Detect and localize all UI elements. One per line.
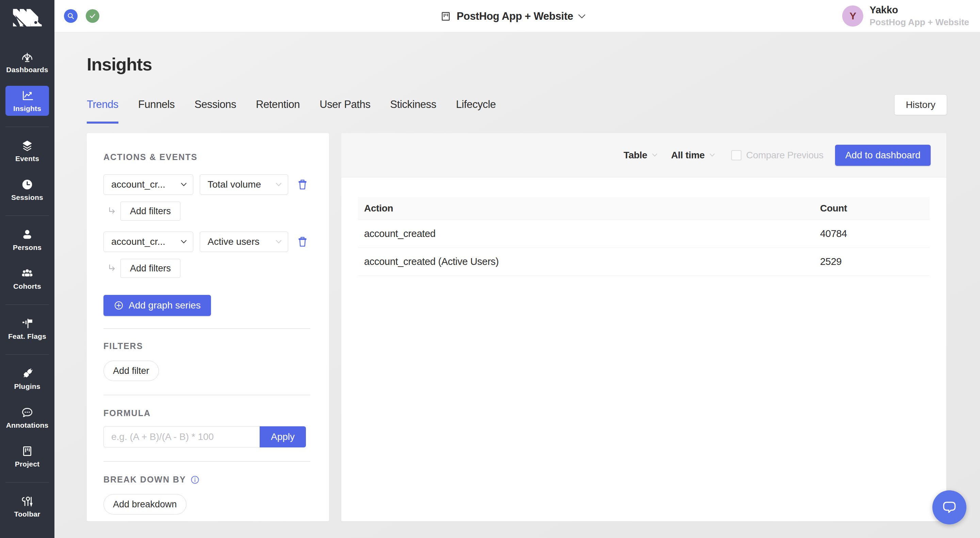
add-filters-button-a[interactable]: Add filters <box>121 201 180 221</box>
history-button[interactable]: History <box>894 94 947 115</box>
tab-funnels[interactable]: Funnels <box>138 98 175 124</box>
add-to-dashboard-button[interactable]: Add to dashboard <box>835 145 931 166</box>
query-editor-panel: ACTIONS & EVENTS account_cr... Total vol… <box>87 133 329 521</box>
chart-type-value: Table <box>624 150 648 161</box>
dashboards-gauge-icon <box>21 50 34 63</box>
add-breakdown-button[interactable]: Add breakdown <box>103 494 186 514</box>
math-select-b[interactable]: Active users <box>200 231 288 252</box>
add-filters-button-b[interactable]: Add filters <box>121 259 180 278</box>
sidebar-item-plugins[interactable]: Plugins <box>5 364 49 394</box>
search-button[interactable] <box>64 9 78 23</box>
project-selector[interactable]: PostHog App + Website <box>440 0 585 32</box>
results-toolbar: Table All time Compare Previous Add to d… <box>341 133 946 177</box>
column-header-action: Action <box>358 197 814 220</box>
insights-chart-icon <box>21 89 34 102</box>
events-layers-icon <box>21 139 34 152</box>
delete-series-a-button[interactable] <box>296 177 309 192</box>
user-menu[interactable]: Y Yakko PostHog App + Website <box>842 5 969 27</box>
actions-events-heading-text: ACTIONS & EVENTS <box>103 152 197 162</box>
sidebar: Dashboards Insights Events Se <box>0 0 54 538</box>
formula-input[interactable] <box>103 426 259 447</box>
user-meta: Yakko PostHog App + Website <box>869 5 969 27</box>
sidebar-item-annotations[interactable]: Annotations <box>5 402 49 433</box>
sidebar-item-label: Toolbar <box>14 510 40 518</box>
cell-action: account_created <box>358 220 814 247</box>
elbow-arrow-icon <box>108 264 116 273</box>
trash-icon <box>298 236 308 247</box>
tab-lifecycle[interactable]: Lifecycle <box>456 98 496 124</box>
section-divider <box>103 394 310 395</box>
tab-trends[interactable]: Trends <box>87 98 118 124</box>
tab-stickiness[interactable]: Stickiness <box>390 98 436 124</box>
math-select-a[interactable]: Total volume <box>200 174 288 195</box>
sidebar-item-feature-flags[interactable]: Feat. Flags <box>5 314 49 343</box>
add-filter-button[interactable]: Add filter <box>103 361 159 381</box>
sidebar-item-label: Plugins <box>14 382 40 391</box>
add-filters-row-b: Add filters <box>103 259 312 278</box>
sessions-clock-icon <box>21 178 34 191</box>
sidebar-item-dashboards[interactable]: Dashboards <box>5 47 49 77</box>
main-content: Insights Trends Funnels Sessions Retenti… <box>54 32 980 538</box>
cell-action: account_created (Active Users) <box>358 247 814 275</box>
apply-formula-button[interactable]: Apply <box>259 426 306 447</box>
check-icon <box>89 12 96 20</box>
delete-series-b-button[interactable] <box>296 234 309 249</box>
trash-icon <box>298 179 308 190</box>
sidebar-item-sessions[interactable]: Sessions <box>5 175 49 204</box>
table-header-row: Action Count <box>358 197 930 220</box>
sidebar-item-insights[interactable]: Insights <box>5 86 49 116</box>
avatar: Y <box>842 5 863 27</box>
math-select-b-value: Active users <box>208 236 259 247</box>
compare-previous-checkbox[interactable] <box>731 150 741 160</box>
sidebar-item-label: Feat. Flags <box>8 332 46 340</box>
user-organization: PostHog App + Website <box>869 17 969 27</box>
table-row[interactable]: account_created (Active Users) 2529 <box>358 247 930 275</box>
sidebar-item-label: Annotations <box>6 421 49 429</box>
chart-type-select[interactable]: Table <box>624 150 658 161</box>
sidebar-item-persons[interactable]: Persons <box>5 225 49 255</box>
plugins-plug-icon <box>21 367 34 380</box>
sidebar-item-label: Project <box>15 460 40 468</box>
info-icon[interactable] <box>190 475 200 485</box>
tab-retention[interactable]: Retention <box>256 98 300 124</box>
sidebar-divider <box>5 216 49 216</box>
chevron-down-icon <box>181 240 187 244</box>
plus-circle-icon <box>114 300 124 311</box>
chat-launcher-button[interactable] <box>932 490 966 524</box>
sidebar-item-label: Dashboards <box>6 66 48 74</box>
tab-sessions[interactable]: Sessions <box>194 98 236 124</box>
event-select-a[interactable]: account_cr... <box>103 174 193 195</box>
persons-user-icon <box>21 228 34 241</box>
filters-heading-text: FILTERS <box>103 341 143 351</box>
cell-count: 40784 <box>814 220 930 247</box>
filters-heading: FILTERS <box>103 341 312 351</box>
event-select-b-value: account_cr... <box>111 236 165 247</box>
search-icon <box>67 12 75 20</box>
results-panel: Table All time Compare Previous Add to d… <box>341 133 946 521</box>
status-check-button[interactable] <box>86 9 99 23</box>
breakdown-heading: BREAK DOWN BY <box>103 475 312 485</box>
compare-previous-toggle[interactable]: Compare Previous <box>731 150 824 161</box>
sidebar-item-label: Sessions <box>11 193 43 201</box>
section-divider <box>103 328 310 329</box>
annotations-comment-icon <box>21 406 34 419</box>
compare-previous-label: Compare Previous <box>746 150 824 161</box>
add-to-dashboard-label: Add to dashboard <box>845 150 920 161</box>
sidebar-divider <box>5 127 49 127</box>
event-select-b[interactable]: account_cr... <box>103 231 193 252</box>
posthog-logo[interactable] <box>10 5 44 31</box>
date-range-select[interactable]: All time <box>671 150 715 161</box>
table-row[interactable]: account_created 40784 <box>358 220 930 247</box>
tab-user-paths[interactable]: User Paths <box>320 98 370 124</box>
formula-heading-text: FORMULA <box>103 408 151 418</box>
cell-count: 2529 <box>814 247 930 275</box>
sidebar-item-toolbar[interactable]: Toolbar <box>5 491 49 521</box>
sidebar-item-cohorts[interactable]: Cohorts <box>5 263 49 294</box>
posthog-hedgehog-icon <box>10 5 44 32</box>
add-graph-series-button[interactable]: Add graph series <box>103 295 211 316</box>
project-icon <box>21 445 34 458</box>
chat-bubble-icon <box>940 498 958 516</box>
sidebar-item-events[interactable]: Events <box>5 136 49 166</box>
sidebar-divider <box>5 482 49 482</box>
sidebar-item-project[interactable]: Project <box>5 441 49 471</box>
